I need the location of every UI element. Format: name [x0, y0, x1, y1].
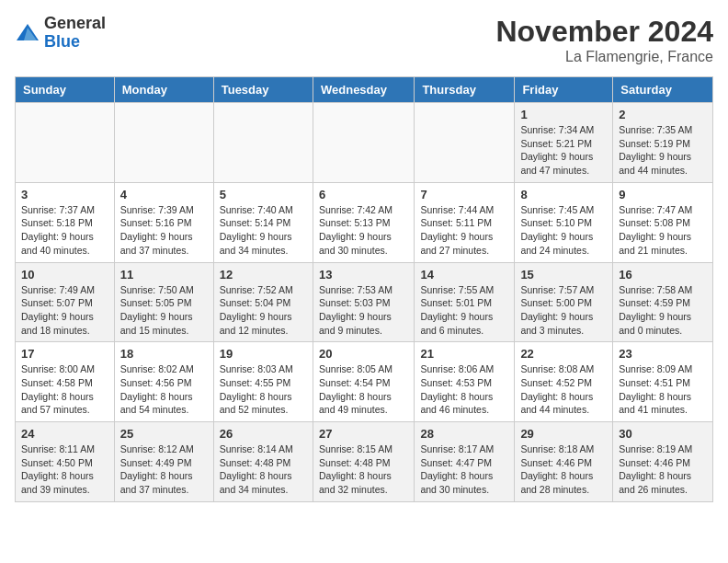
day-info: Sunrise: 7:55 AM Sunset: 5:01 PM Dayligh…	[420, 283, 508, 338]
day-cell: 5Sunrise: 7:40 AM Sunset: 5:14 PM Daylig…	[213, 182, 313, 262]
day-number: 12	[220, 268, 307, 282]
day-cell: 15Sunrise: 7:57 AM Sunset: 5:00 PM Dayli…	[515, 262, 613, 342]
day-cell: 18Sunrise: 8:02 AM Sunset: 4:56 PM Dayli…	[114, 342, 213, 422]
day-number: 21	[420, 347, 508, 361]
day-cell: 23Sunrise: 8:09 AM Sunset: 4:51 PM Dayli…	[613, 342, 713, 422]
day-number: 27	[319, 427, 408, 441]
day-number: 16	[619, 268, 707, 282]
day-number: 25	[120, 427, 208, 441]
day-number: 18	[120, 347, 208, 361]
day-cell: 9Sunrise: 7:47 AM Sunset: 5:08 PM Daylig…	[613, 182, 713, 262]
calendar-header-row: SundayMondayTuesdayWednesdayThursdayFrid…	[16, 77, 713, 103]
day-info: Sunrise: 8:18 AM Sunset: 4:46 PM Dayligh…	[520, 442, 607, 497]
day-number: 5	[220, 188, 307, 201]
week-row-5: 24Sunrise: 8:11 AM Sunset: 4:50 PM Dayli…	[16, 422, 713, 502]
location: La Flamengrie, France	[495, 49, 713, 65]
day-info: Sunrise: 7:52 AM Sunset: 5:04 PM Dayligh…	[220, 283, 307, 338]
day-info: Sunrise: 8:19 AM Sunset: 4:46 PM Dayligh…	[619, 442, 707, 497]
day-number: 3	[21, 188, 108, 201]
day-number: 29	[520, 427, 607, 441]
day-cell	[313, 103, 414, 183]
day-cell	[213, 103, 313, 183]
logo-icon	[15, 20, 40, 46]
day-info: Sunrise: 8:17 AM Sunset: 4:47 PM Dayligh…	[420, 442, 508, 497]
day-info: Sunrise: 7:34 AM Sunset: 5:21 PM Dayligh…	[520, 123, 607, 178]
day-info: Sunrise: 8:03 AM Sunset: 4:55 PM Dayligh…	[220, 362, 307, 417]
day-info: Sunrise: 7:39 AM Sunset: 5:16 PM Dayligh…	[120, 203, 208, 258]
day-number: 14	[420, 268, 508, 282]
day-info: Sunrise: 7:45 AM Sunset: 5:10 PM Dayligh…	[520, 203, 607, 258]
day-info: Sunrise: 7:57 AM Sunset: 5:00 PM Dayligh…	[520, 283, 607, 338]
month-title: November 2024	[495, 15, 713, 49]
day-cell: 4Sunrise: 7:39 AM Sunset: 5:16 PM Daylig…	[114, 182, 213, 262]
day-number: 24	[21, 427, 108, 441]
day-cell: 17Sunrise: 8:00 AM Sunset: 4:58 PM Dayli…	[16, 342, 115, 422]
day-cell: 19Sunrise: 8:03 AM Sunset: 4:55 PM Dayli…	[213, 342, 313, 422]
day-cell: 8Sunrise: 7:45 AM Sunset: 5:10 PM Daylig…	[515, 182, 613, 262]
day-number: 13	[319, 268, 408, 282]
day-cell: 13Sunrise: 7:53 AM Sunset: 5:03 PM Dayli…	[313, 262, 414, 342]
day-info: Sunrise: 7:42 AM Sunset: 5:13 PM Dayligh…	[319, 203, 408, 258]
day-cell: 12Sunrise: 7:52 AM Sunset: 5:04 PM Dayli…	[213, 262, 313, 342]
day-info: Sunrise: 7:40 AM Sunset: 5:14 PM Dayligh…	[220, 203, 307, 258]
day-info: Sunrise: 7:37 AM Sunset: 5:18 PM Dayligh…	[21, 203, 108, 258]
week-row-1: 1Sunrise: 7:34 AM Sunset: 5:21 PM Daylig…	[16, 103, 713, 183]
day-number: 23	[619, 347, 707, 361]
day-cell: 26Sunrise: 8:14 AM Sunset: 4:48 PM Dayli…	[213, 422, 313, 502]
col-header-wednesday: Wednesday	[313, 77, 414, 103]
day-number: 6	[319, 188, 408, 201]
day-info: Sunrise: 8:00 AM Sunset: 4:58 PM Dayligh…	[21, 362, 108, 417]
day-info: Sunrise: 7:49 AM Sunset: 5:07 PM Dayligh…	[21, 283, 108, 338]
logo-text: General Blue	[44, 15, 106, 52]
week-row-4: 17Sunrise: 8:00 AM Sunset: 4:58 PM Dayli…	[16, 342, 713, 422]
day-info: Sunrise: 8:05 AM Sunset: 4:54 PM Dayligh…	[319, 362, 408, 417]
page-header: General Blue November 2024 La Flamengrie…	[15, 15, 713, 65]
title-block: November 2024 La Flamengrie, France	[495, 15, 713, 65]
day-number: 2	[619, 108, 707, 121]
col-header-sunday: Sunday	[16, 77, 115, 103]
day-cell: 10Sunrise: 7:49 AM Sunset: 5:07 PM Dayli…	[16, 262, 115, 342]
day-cell: 11Sunrise: 7:50 AM Sunset: 5:05 PM Dayli…	[114, 262, 213, 342]
day-number: 26	[220, 427, 307, 441]
day-cell: 7Sunrise: 7:44 AM Sunset: 5:11 PM Daylig…	[415, 182, 515, 262]
day-info: Sunrise: 8:02 AM Sunset: 4:56 PM Dayligh…	[120, 362, 208, 417]
day-info: Sunrise: 8:09 AM Sunset: 4:51 PM Dayligh…	[619, 362, 707, 417]
day-cell: 14Sunrise: 7:55 AM Sunset: 5:01 PM Dayli…	[415, 262, 515, 342]
day-cell: 3Sunrise: 7:37 AM Sunset: 5:18 PM Daylig…	[16, 182, 115, 262]
day-info: Sunrise: 8:12 AM Sunset: 4:49 PM Dayligh…	[120, 442, 208, 497]
day-info: Sunrise: 8:11 AM Sunset: 4:50 PM Dayligh…	[21, 442, 108, 497]
day-number: 10	[21, 268, 108, 282]
day-number: 30	[619, 427, 707, 441]
logo: General Blue	[15, 15, 106, 52]
day-number: 4	[120, 188, 208, 201]
col-header-friday: Friday	[515, 77, 613, 103]
day-cell: 28Sunrise: 8:17 AM Sunset: 4:47 PM Dayli…	[415, 422, 515, 502]
day-number: 9	[619, 188, 707, 201]
day-number: 19	[220, 347, 307, 361]
day-info: Sunrise: 7:44 AM Sunset: 5:11 PM Dayligh…	[420, 203, 508, 258]
day-info: Sunrise: 7:53 AM Sunset: 5:03 PM Dayligh…	[319, 283, 408, 338]
day-number: 11	[120, 268, 208, 282]
col-header-tuesday: Tuesday	[213, 77, 313, 103]
week-row-3: 10Sunrise: 7:49 AM Sunset: 5:07 PM Dayli…	[16, 262, 713, 342]
col-header-saturday: Saturday	[613, 77, 713, 103]
day-number: 8	[520, 188, 607, 201]
day-number: 15	[520, 268, 607, 282]
day-info: Sunrise: 7:35 AM Sunset: 5:19 PM Dayligh…	[619, 123, 707, 178]
calendar: SundayMondayTuesdayWednesdayThursdayFrid…	[15, 76, 713, 502]
day-cell: 30Sunrise: 8:19 AM Sunset: 4:46 PM Dayli…	[613, 422, 713, 502]
day-info: Sunrise: 7:50 AM Sunset: 5:05 PM Dayligh…	[120, 283, 208, 338]
col-header-monday: Monday	[114, 77, 213, 103]
day-info: Sunrise: 8:08 AM Sunset: 4:52 PM Dayligh…	[520, 362, 607, 417]
day-number: 20	[319, 347, 408, 361]
day-cell: 25Sunrise: 8:12 AM Sunset: 4:49 PM Dayli…	[114, 422, 213, 502]
day-cell: 2Sunrise: 7:35 AM Sunset: 5:19 PM Daylig…	[613, 103, 713, 183]
day-info: Sunrise: 8:14 AM Sunset: 4:48 PM Dayligh…	[220, 442, 307, 497]
day-info: Sunrise: 7:58 AM Sunset: 4:59 PM Dayligh…	[619, 283, 707, 338]
day-cell: 6Sunrise: 7:42 AM Sunset: 5:13 PM Daylig…	[313, 182, 414, 262]
day-cell: 20Sunrise: 8:05 AM Sunset: 4:54 PM Dayli…	[313, 342, 414, 422]
day-number: 17	[21, 347, 108, 361]
day-cell: 1Sunrise: 7:34 AM Sunset: 5:21 PM Daylig…	[515, 103, 613, 183]
day-cell: 16Sunrise: 7:58 AM Sunset: 4:59 PM Dayli…	[613, 262, 713, 342]
day-cell: 22Sunrise: 8:08 AM Sunset: 4:52 PM Dayli…	[515, 342, 613, 422]
